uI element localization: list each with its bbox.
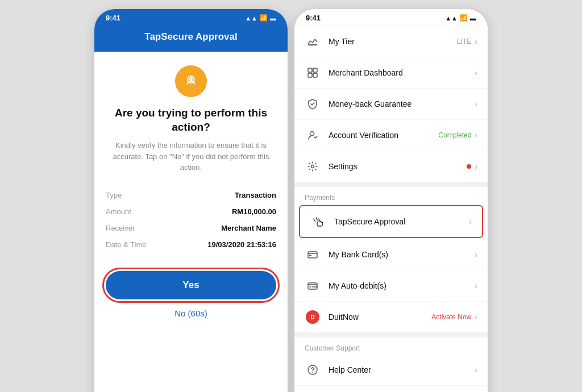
detail-receiver: Receiver Merchant Name [106,220,276,236]
svg-rect-5 [313,73,317,77]
menu-item-auto-debit[interactable]: My Auto-debit(s) › [294,270,488,302]
details-table: Type Transaction Amount RM10,000.00 Rece… [106,187,276,253]
no-button[interactable]: No (60s) [106,306,276,320]
card-icon [305,247,321,262]
menu-item-money-back[interactable]: Money-back Guarantee › [294,89,488,120]
menu-item-duitnow[interactable]: D DuitNow Activate Now › [294,302,488,333]
person-check-icon [305,127,321,143]
chevron-icon: › [475,131,477,140]
datetime-label: Date & Time [106,240,147,249]
menu-item-account-verification[interactable]: Account Verification Completed › [294,120,488,151]
account-verification-label: Account Verification [329,131,438,140]
phones-container: 9:41 ▲▲ 📶 ▬ TapSecure Approval Are you t… [85,0,497,392]
action-title: Are you trying to perform this action? [106,106,276,134]
time-right: 9:41 [306,14,321,22]
menu-item-settings[interactable]: Settings › [294,151,488,182]
support-section-label: Customer Support [294,337,488,355]
svg-point-6 [310,132,314,136]
auto-debit-label: My Auto-debit(s) [329,281,475,290]
amount-value: RM10,000.00 [232,207,276,216]
tap-icon [310,214,326,230]
yes-button[interactable]: Yes [106,271,276,299]
tap-secure-icon [175,65,207,97]
wifi-icon-right: 📶 [460,14,468,22]
money-back-label: Money-back Guarantee [329,99,475,109]
help-icon [305,362,321,378]
section-divider-support [294,333,488,337]
menu-item-merchant-dashboard[interactable]: Merchant Dashboard › [294,57,488,89]
detail-datetime: Date & Time 19/03/2020 21:53:16 [106,236,276,253]
svg-point-12 [312,372,313,373]
menu-item-tapsecure[interactable]: TapSecure Approval › [299,205,483,238]
chevron-icon: › [469,217,472,226]
chevron-icon: › [475,99,477,109]
duitnow-icon: D [305,309,321,325]
menu-item-bank-card[interactable]: My Bank Card(s) › [294,239,488,270]
left-phone: 9:41 ▲▲ 📶 ▬ TapSecure Approval Are you t… [94,9,288,392]
bank-card-label: My Bank Card(s) [329,250,475,259]
help-center-label: Help Center [329,365,475,374]
receiver-value: Merchant Name [221,224,276,232]
type-value: Transaction [235,191,276,199]
chevron-icon: › [475,281,477,290]
chevron-icon: › [475,37,477,46]
time-left: 9:41 [106,14,120,22]
svg-point-7 [311,165,314,168]
svg-rect-8 [308,252,317,258]
payments-section-label: Payments [294,187,488,204]
tapsecure-label: TapSecure Approval [334,217,469,226]
status-bar-right: 9:41 ▲▲ 📶 ▬ [294,9,488,26]
duitnow-badge: Activate Now [431,313,471,321]
my-tier-badge: LITE [457,37,471,45]
menu-item-chat[interactable]: Chat with T@nGO › [294,386,488,392]
svg-rect-9 [309,255,311,256]
duitnow-logo: D [306,310,319,324]
receiver-label: Receiver [106,224,135,232]
detail-type: Type Transaction [106,187,276,203]
detail-amount: Amount RM10,000.00 [106,203,276,220]
svg-rect-3 [313,68,317,72]
settings-icon [305,159,321,174]
my-tier-label: My Tier [329,37,457,46]
chevron-icon: › [475,312,477,322]
signal-icon: ▲▲ [245,15,257,22]
menu-item-help-center[interactable]: Help Center › [294,355,488,386]
chevron-icon: › [475,162,477,171]
right-phone: 9:41 ▲▲ 📶 ▬ My Tier LITE › [294,9,488,392]
svg-rect-10 [308,283,317,289]
left-phone-header: TapSecure Approval [94,26,288,52]
datetime-value: 19/03/2020 21:53:16 [207,240,276,249]
wifi-icon: 📶 [260,14,268,22]
left-phone-content: Are you trying to perform this action? K… [94,52,288,392]
svg-rect-2 [308,68,312,72]
type-label: Type [106,191,122,199]
auto-debit-icon [305,278,321,294]
svg-rect-4 [308,73,312,77]
status-icons-left: ▲▲ 📶 ▬ [245,14,276,22]
right-phone-content: My Tier LITE › Merchant Dashboard › [294,26,488,392]
status-icons-right: ▲▲ 📶 ▬ [445,14,476,22]
header-title: TapSecure Approval [144,31,237,42]
status-bar-left: 9:41 ▲▲ 📶 ▬ [94,9,288,26]
settings-red-dot [467,164,471,169]
settings-label: Settings [329,162,464,171]
chevron-icon: › [475,250,477,259]
signal-icon-right: ▲▲ [445,15,458,22]
grid-icon [305,65,321,81]
account-verification-badge: Completed [438,131,471,139]
chevron-icon: › [475,365,477,374]
svg-rect-1 [308,44,317,45]
duitnow-label: DuitNow [329,312,431,322]
menu-item-my-tier[interactable]: My Tier LITE › [294,26,488,57]
amount-label: Amount [106,207,131,216]
battery-icon: ▬ [270,15,276,22]
shield-icon [305,96,321,112]
merchant-dashboard-label: Merchant Dashboard [329,68,475,77]
section-divider-payments [294,182,488,187]
battery-icon-right: ▬ [470,15,476,22]
action-subtitle: Kindly verify the information to ensure … [106,140,276,173]
chevron-icon: › [475,68,477,77]
tier-icon [305,34,321,49]
